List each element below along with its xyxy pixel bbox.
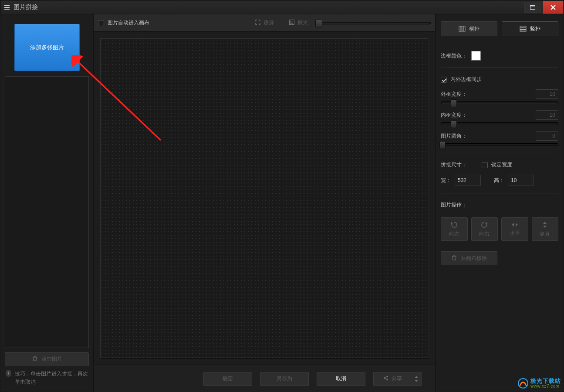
svg-rect-1 (4, 7, 10, 8)
outer-width-label: 外框宽度： (441, 91, 467, 98)
stitch-size-row: 拼接尺寸： 锁定宽度 (441, 161, 558, 169)
rotate-right-button[interactable]: 向右 (471, 217, 498, 241)
canvas-toolbar: 图片自动进入画布 适屏 原大 (94, 14, 435, 32)
svg-point-11 (386, 379, 388, 381)
svg-rect-12 (459, 26, 461, 31)
svg-rect-15 (520, 26, 526, 27)
width-label: 宽： (441, 177, 451, 184)
outer-width-value[interactable]: 10 (536, 89, 558, 99)
height-label: 高： (494, 177, 504, 184)
share-button[interactable]: 分享 (373, 372, 422, 386)
tip-text: 技巧：单击图片进入拼接，再次单击取消 (15, 370, 89, 386)
close-icon (550, 4, 556, 10)
checkbox-icon (98, 20, 104, 26)
zoom-slider[interactable] (317, 22, 431, 24)
slider-thumb[interactable] (451, 120, 457, 128)
svg-rect-17 (520, 30, 526, 31)
width-input[interactable]: 532 (455, 175, 481, 186)
app-icon (4, 4, 10, 10)
slider-thumb[interactable] (439, 141, 446, 149)
corner-radius-value[interactable]: 0 (536, 131, 558, 141)
fit-screen-button[interactable]: 适屏 (255, 19, 274, 27)
columns-icon (459, 26, 466, 32)
remove-from-canvas-button[interactable]: 从画布移除 (441, 251, 497, 265)
cancel-button[interactable]: 取消 (317, 372, 365, 386)
close-button[interactable] (543, 1, 564, 14)
auto-canvas-label: 图片自动进入画布 (108, 19, 149, 27)
corner-radius-label: 图片圆角： (441, 132, 467, 140)
divider (441, 68, 558, 68)
svg-rect-2 (4, 9, 10, 10)
image-ops-label: 图片操作： (441, 201, 558, 209)
checkbox-sync-border[interactable]: 内外边框同步 (441, 76, 558, 83)
actual-icon (289, 19, 295, 27)
share-icon (383, 375, 389, 382)
svg-rect-8 (291, 21, 293, 24)
flip-vertical-button[interactable]: 竖直 (532, 217, 559, 241)
clear-images-label: 清空图片 (41, 355, 62, 363)
remove-label: 从画布移除 (461, 255, 487, 262)
actual-size-button[interactable]: 原大 (289, 19, 308, 27)
rows-icon (520, 26, 527, 32)
tab-horizontal[interactable]: 横排 (441, 21, 497, 36)
divider (441, 153, 558, 153)
svg-point-19 (518, 378, 528, 388)
slider-thumb[interactable] (451, 99, 457, 107)
fit-icon (255, 19, 261, 27)
flip-horizontal-button[interactable]: 水平 (501, 217, 528, 241)
inner-width-slider[interactable] (441, 122, 558, 125)
svg-rect-0 (4, 5, 10, 6)
sidebar: 添加多张图片 清空图片 i 技巧：单击图片进入拼接，再次单击取消 (0, 14, 94, 392)
maximize-icon (530, 5, 535, 10)
width-height-row: 宽： 532 高： 10 (441, 175, 558, 186)
rotate-left-button[interactable]: 向左 (441, 217, 468, 241)
chevron-updown-icon (415, 376, 418, 382)
flip-horizontal-icon (511, 222, 519, 228)
image-list[interactable] (5, 76, 89, 348)
trash-icon (451, 255, 457, 262)
outer-width-block: 外框宽度： 10 (441, 89, 558, 104)
height-input[interactable]: 10 (508, 175, 534, 186)
window-title: 图片拼接 (14, 3, 38, 11)
center: 图片自动进入画布 适屏 原大 (94, 14, 436, 392)
flip-vertical-icon (542, 221, 548, 229)
watermark: 极光下载站 www.xz7.com (517, 378, 561, 389)
svg-rect-14 (463, 26, 465, 31)
stitch-size-label: 拼接尺寸： (441, 161, 467, 169)
inner-width-block: 内框宽度： 10 (441, 110, 558, 125)
border-color-swatch[interactable] (471, 51, 481, 61)
border-color-label: 边框颜色： (441, 52, 467, 60)
outer-width-slider[interactable] (441, 101, 558, 104)
actual-label: 原大 (297, 19, 308, 27)
watermark-url: www.xz7.com (530, 384, 561, 389)
maximize-button[interactable] (524, 2, 541, 13)
info-icon: i (6, 370, 11, 377)
save-as-button[interactable]: 另存为 (260, 372, 309, 386)
footer-actions: 确定 另存为 取消 分享 (94, 365, 435, 392)
corner-radius-slider[interactable] (441, 143, 558, 146)
divider (441, 193, 558, 193)
image-ops: 向左 向右 水平 竖直 (441, 217, 558, 241)
sync-border-label: 内外边框同步 (450, 76, 482, 83)
share-label: 分享 (392, 375, 402, 382)
checkbox-lock-width[interactable]: 锁定宽度 (482, 161, 512, 169)
corner-radius-block: 图片圆角： 0 (441, 131, 558, 146)
tip: i 技巧：单击图片进入拼接，再次单击取消 (5, 366, 89, 388)
inner-width-value[interactable]: 10 (536, 110, 558, 120)
svg-rect-4 (530, 5, 535, 6)
svg-rect-13 (461, 26, 463, 31)
trash-icon (32, 355, 38, 363)
svg-rect-7 (290, 20, 294, 25)
add-images-button[interactable]: 添加多张图片 (14, 24, 80, 71)
titlebar: 图片拼接 (0, 0, 564, 14)
svg-point-10 (386, 376, 388, 378)
checkbox-auto-canvas[interactable]: 图片自动进入画布 (98, 19, 149, 27)
fit-label: 适屏 (263, 19, 274, 27)
settings-panel: 横排 竖排 边框颜色： 内外边框同步 外框宽度： 10 (436, 14, 564, 392)
tab-vertical[interactable]: 竖排 (502, 21, 558, 36)
lock-width-label: 锁定宽度 (491, 161, 512, 169)
canvas[interactable] (100, 38, 429, 358)
ok-button[interactable]: 确定 (203, 372, 252, 386)
zoom-thumb[interactable] (315, 20, 322, 27)
clear-images-button[interactable]: 清空图片 (5, 352, 89, 366)
